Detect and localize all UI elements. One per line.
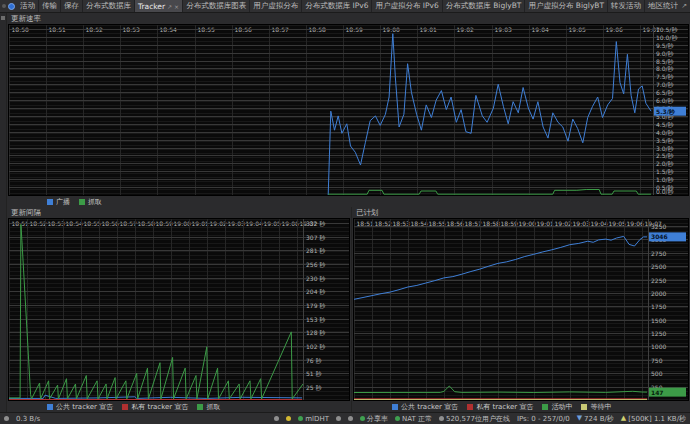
legend-color-swatch	[47, 199, 53, 205]
status-left: 0.3 B/s	[4, 415, 40, 423]
status-item-label: NAT 正常	[402, 414, 432, 424]
svg-text:18:53: 18:53	[393, 220, 410, 227]
tab-5[interactable]: 分布式数据库图表	[183, 0, 250, 12]
tab-label: 分布式数据库 BiglyBT	[446, 1, 522, 11]
update-status-icon	[4, 416, 9, 421]
legend-label: 公共 tracker 宣告	[56, 402, 113, 412]
svg-text:256 秒: 256 秒	[306, 261, 325, 269]
detach-view-icon[interactable]: ↗	[681, 2, 687, 10]
svg-text:1000: 1000	[651, 343, 666, 350]
status-item-ip-status[interactable]	[336, 416, 341, 421]
update-rate-chart: 18:5018:5118:5218:5318:5418:5518:5618:57…	[8, 24, 689, 196]
svg-text:1.5/秒: 1.5/秒	[656, 168, 674, 176]
rail-handle-icon[interactable]	[1, 16, 5, 20]
tab-4-active[interactable]: Tracker↗×	[135, 0, 183, 12]
status-item-label: [500K] 1.1 KB/秒	[628, 414, 686, 424]
legend-label: 抓取	[88, 197, 102, 207]
svg-text:307 秒: 307 秒	[306, 234, 325, 242]
svg-text:10.5/秒: 10.5/秒	[656, 26, 677, 34]
interval-legend-item: 抓取	[197, 402, 220, 412]
tab-popout-icon[interactable]: ↗	[167, 3, 172, 10]
legend-color-swatch	[467, 404, 473, 410]
legend-label: 广播	[56, 197, 70, 207]
arrows-icon	[348, 416, 353, 421]
svg-text:7.5/秒: 7.5/秒	[656, 73, 674, 81]
svg-text:25 秒: 25 秒	[306, 384, 322, 392]
content: 更新速率 18:5018:5118:5218:5318:5418:5518:56…	[7, 13, 690, 412]
tab-bar-end: ↗	[678, 0, 690, 12]
tab-11[interactable]: 转发活动	[608, 0, 645, 12]
legend-color-swatch	[581, 404, 587, 410]
svg-text:281 秒: 281 秒	[306, 247, 325, 255]
svg-text:102 秒: 102 秒	[306, 343, 325, 351]
scheduled-series-active	[354, 386, 647, 393]
panel-title-update-interval: 更新间隔	[7, 207, 351, 218]
tab-label: 地区统计	[648, 1, 678, 11]
status-item-label: IPs: 0 - 257/0/0	[517, 415, 570, 423]
update-interval-chart: 18:5118:5218:5318:5418:5518:5618:5718:58…	[8, 218, 350, 401]
tab-label: 分布式数据库图表	[186, 1, 246, 11]
svg-text:750: 750	[651, 357, 663, 364]
svg-text:6.5/秒: 6.5/秒	[656, 89, 674, 97]
svg-text:2000: 2000	[651, 290, 666, 297]
status-item-dht-status[interactable]: mlDHT	[298, 415, 329, 423]
tab-6[interactable]: 用户虚拟分布	[250, 0, 302, 12]
svg-text:18:57: 18:57	[465, 220, 482, 227]
status-bar: 0.3 B/s mlDHT分享率NAT 正常520,577位用户在线IPs: 0…	[0, 412, 690, 424]
legend-label: 活动中	[551, 402, 572, 412]
status-item-nat-status[interactable]: NAT 正常	[395, 414, 432, 424]
bell-icon	[274, 416, 279, 421]
tab-label: 分布式数据库	[86, 1, 131, 11]
rate-series-scrapes	[328, 190, 651, 195]
panel-update-rate: 更新速率 18:5018:5118:5218:5318:5418:5518:56…	[7, 13, 690, 207]
tab-9[interactable]: 分布式数据库 BiglyBT	[443, 0, 526, 12]
status-item-alerts[interactable]	[274, 416, 279, 421]
scheduled-series-public-tracker-announces	[354, 236, 647, 299]
tab-1[interactable]: 传输	[39, 0, 61, 12]
tab-0[interactable]: 活动	[17, 0, 39, 12]
tab-label: 用户虚拟分布	[253, 1, 298, 11]
tab-label: 保存	[64, 1, 79, 11]
tab-10[interactable]: 用户虚拟分布 BiglyBT	[525, 0, 608, 12]
status-item-up-speed[interactable]: ▲[500K] 1.1 KB/秒	[621, 414, 686, 424]
status-item-label: 724 B/秒	[584, 414, 614, 424]
svg-text:2750: 2750	[651, 250, 666, 257]
status-item-warnings[interactable]	[286, 416, 291, 421]
tab-7[interactable]: 分布式数据库 IPv6	[302, 0, 372, 12]
svg-text:179 秒: 179 秒	[306, 302, 325, 310]
rate-legend-item: 抓取	[79, 197, 102, 207]
svg-text:204 秒: 204 秒	[306, 288, 325, 296]
status-dot-icon	[395, 416, 400, 421]
legend-color-swatch	[122, 404, 128, 410]
svg-text:18:59: 18:59	[501, 220, 518, 227]
svg-text:128 秒: 128 秒	[306, 329, 325, 337]
sidebar-toggle-icon[interactable]	[2, 4, 6, 8]
scheduled-chart: 18:5118:5218:5318:5418:5518:5618:5718:58…	[353, 218, 689, 401]
status-item-ip-count[interactable]: IPs: 0 - 257/0/0	[517, 415, 570, 423]
status-item-label: mlDHT	[305, 415, 329, 423]
status-item-share-ratio[interactable]: 分享率	[360, 414, 388, 424]
svg-text:18:51: 18:51	[357, 220, 374, 227]
legend-color-swatch	[79, 199, 85, 205]
interval-chart-canvas: 18:5118:5218:5318:5418:5518:5618:5718:58…	[9, 219, 349, 400]
tab-8[interactable]: 用户虚拟分布 IPv6	[372, 0, 442, 12]
tab-3[interactable]: 分布式数据库	[83, 0, 135, 12]
down-arrow-icon: ▼	[577, 415, 582, 422]
globe-icon	[336, 416, 341, 421]
tab-2[interactable]: 保存	[61, 0, 83, 12]
status-left-label: 0.3 B/s	[16, 415, 40, 423]
svg-text:51 秒: 51 秒	[306, 370, 322, 378]
status-item-online-users[interactable]: 520,577位用户在线	[439, 414, 510, 424]
svg-text:1750: 1750	[651, 303, 666, 310]
svg-text:3250: 3250	[651, 223, 666, 230]
status-item-swarm-status[interactable]	[348, 416, 353, 421]
status-item-down-speed[interactable]: ▼724 B/秒	[577, 414, 614, 424]
svg-text:18:58: 18:58	[483, 220, 500, 227]
status-item-label: 520,577位用户在线	[446, 414, 510, 424]
tab-close-icon[interactable]: ×	[174, 3, 179, 10]
tab-bar: 活动传输保存分布式数据库Tracker↗×分布式数据库图表用户虚拟分布分布式数据…	[0, 0, 690, 13]
svg-text:3.5/秒: 3.5/秒	[656, 137, 674, 145]
tab-12[interactable]: 地区统计	[645, 0, 678, 12]
svg-text:18:55: 18:55	[429, 220, 446, 227]
svg-text:9.5/秒: 9.5/秒	[656, 42, 674, 50]
